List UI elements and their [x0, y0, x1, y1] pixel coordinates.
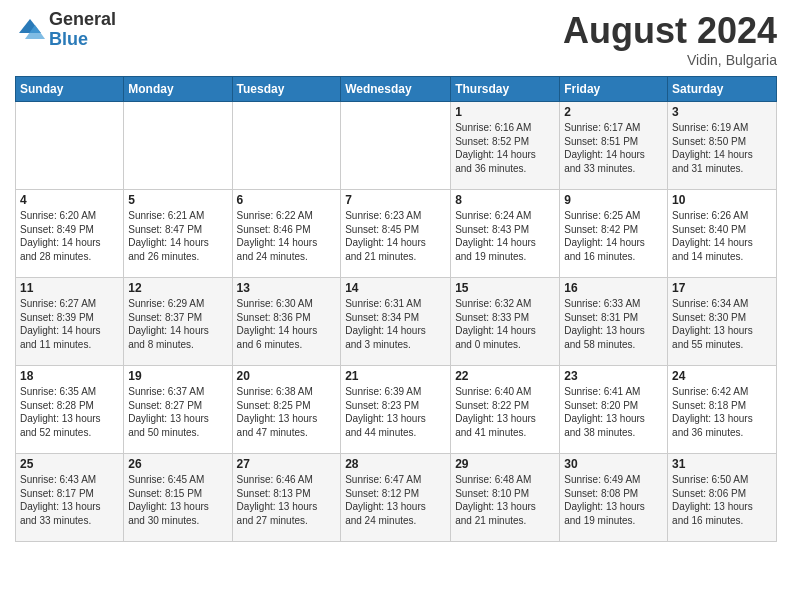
day-header-thursday: Thursday — [451, 77, 560, 102]
day-info: Sunrise: 6:32 AMSunset: 8:33 PMDaylight:… — [455, 297, 555, 351]
calendar-cell — [232, 102, 341, 190]
day-info: Sunrise: 6:29 AMSunset: 8:37 PMDaylight:… — [128, 297, 227, 351]
day-header-row: SundayMondayTuesdayWednesdayThursdayFrid… — [16, 77, 777, 102]
calendar-cell: 1Sunrise: 6:16 AMSunset: 8:52 PMDaylight… — [451, 102, 560, 190]
day-number: 7 — [345, 193, 446, 207]
day-info: Sunrise: 6:31 AMSunset: 8:34 PMDaylight:… — [345, 297, 446, 351]
day-number: 19 — [128, 369, 227, 383]
day-info: Sunrise: 6:40 AMSunset: 8:22 PMDaylight:… — [455, 385, 555, 439]
day-number: 3 — [672, 105, 772, 119]
day-number: 8 — [455, 193, 555, 207]
day-info: Sunrise: 6:35 AMSunset: 8:28 PMDaylight:… — [20, 385, 119, 439]
day-info: Sunrise: 6:30 AMSunset: 8:36 PMDaylight:… — [237, 297, 337, 351]
week-row-1: 4Sunrise: 6:20 AMSunset: 8:49 PMDaylight… — [16, 190, 777, 278]
day-info: Sunrise: 6:37 AMSunset: 8:27 PMDaylight:… — [128, 385, 227, 439]
day-info: Sunrise: 6:19 AMSunset: 8:50 PMDaylight:… — [672, 121, 772, 175]
week-row-3: 18Sunrise: 6:35 AMSunset: 8:28 PMDayligh… — [16, 366, 777, 454]
day-header-tuesday: Tuesday — [232, 77, 341, 102]
calendar-cell: 2Sunrise: 6:17 AMSunset: 8:51 PMDaylight… — [560, 102, 668, 190]
title-area: August 2024 Vidin, Bulgaria — [563, 10, 777, 68]
day-number: 23 — [564, 369, 663, 383]
day-info: Sunrise: 6:16 AMSunset: 8:52 PMDaylight:… — [455, 121, 555, 175]
day-number: 21 — [345, 369, 446, 383]
calendar-cell: 5Sunrise: 6:21 AMSunset: 8:47 PMDaylight… — [124, 190, 232, 278]
day-number: 14 — [345, 281, 446, 295]
week-row-0: 1Sunrise: 6:16 AMSunset: 8:52 PMDaylight… — [16, 102, 777, 190]
day-number: 15 — [455, 281, 555, 295]
day-info: Sunrise: 6:41 AMSunset: 8:20 PMDaylight:… — [564, 385, 663, 439]
day-number: 24 — [672, 369, 772, 383]
day-header-friday: Friday — [560, 77, 668, 102]
day-info: Sunrise: 6:33 AMSunset: 8:31 PMDaylight:… — [564, 297, 663, 351]
day-number: 16 — [564, 281, 663, 295]
calendar-cell: 24Sunrise: 6:42 AMSunset: 8:18 PMDayligh… — [668, 366, 777, 454]
calendar-body: 1Sunrise: 6:16 AMSunset: 8:52 PMDaylight… — [16, 102, 777, 542]
day-info: Sunrise: 6:17 AMSunset: 8:51 PMDaylight:… — [564, 121, 663, 175]
day-info: Sunrise: 6:20 AMSunset: 8:49 PMDaylight:… — [20, 209, 119, 263]
calendar-cell: 18Sunrise: 6:35 AMSunset: 8:28 PMDayligh… — [16, 366, 124, 454]
day-info: Sunrise: 6:45 AMSunset: 8:15 PMDaylight:… — [128, 473, 227, 527]
day-number: 9 — [564, 193, 663, 207]
day-info: Sunrise: 6:27 AMSunset: 8:39 PMDaylight:… — [20, 297, 119, 351]
calendar-cell: 21Sunrise: 6:39 AMSunset: 8:23 PMDayligh… — [341, 366, 451, 454]
day-info: Sunrise: 6:24 AMSunset: 8:43 PMDaylight:… — [455, 209, 555, 263]
calendar-cell: 6Sunrise: 6:22 AMSunset: 8:46 PMDaylight… — [232, 190, 341, 278]
day-info: Sunrise: 6:50 AMSunset: 8:06 PMDaylight:… — [672, 473, 772, 527]
calendar-cell: 11Sunrise: 6:27 AMSunset: 8:39 PMDayligh… — [16, 278, 124, 366]
day-info: Sunrise: 6:49 AMSunset: 8:08 PMDaylight:… — [564, 473, 663, 527]
calendar-cell: 17Sunrise: 6:34 AMSunset: 8:30 PMDayligh… — [668, 278, 777, 366]
day-number: 11 — [20, 281, 119, 295]
calendar-cell: 10Sunrise: 6:26 AMSunset: 8:40 PMDayligh… — [668, 190, 777, 278]
calendar-cell: 29Sunrise: 6:48 AMSunset: 8:10 PMDayligh… — [451, 454, 560, 542]
day-number: 26 — [128, 457, 227, 471]
day-info: Sunrise: 6:42 AMSunset: 8:18 PMDaylight:… — [672, 385, 772, 439]
day-info: Sunrise: 6:38 AMSunset: 8:25 PMDaylight:… — [237, 385, 337, 439]
day-header-saturday: Saturday — [668, 77, 777, 102]
day-info: Sunrise: 6:25 AMSunset: 8:42 PMDaylight:… — [564, 209, 663, 263]
calendar-cell: 15Sunrise: 6:32 AMSunset: 8:33 PMDayligh… — [451, 278, 560, 366]
day-number: 17 — [672, 281, 772, 295]
day-number: 22 — [455, 369, 555, 383]
calendar-cell — [16, 102, 124, 190]
day-info: Sunrise: 6:21 AMSunset: 8:47 PMDaylight:… — [128, 209, 227, 263]
calendar: SundayMondayTuesdayWednesdayThursdayFrid… — [15, 76, 777, 542]
month-title: August 2024 — [563, 10, 777, 52]
day-number: 6 — [237, 193, 337, 207]
calendar-cell: 31Sunrise: 6:50 AMSunset: 8:06 PMDayligh… — [668, 454, 777, 542]
page: General Blue August 2024 Vidin, Bulgaria… — [0, 0, 792, 612]
day-info: Sunrise: 6:46 AMSunset: 8:13 PMDaylight:… — [237, 473, 337, 527]
calendar-cell: 23Sunrise: 6:41 AMSunset: 8:20 PMDayligh… — [560, 366, 668, 454]
day-number: 28 — [345, 457, 446, 471]
logo-general: General — [49, 10, 116, 30]
logo: General Blue — [15, 10, 116, 50]
calendar-cell: 7Sunrise: 6:23 AMSunset: 8:45 PMDaylight… — [341, 190, 451, 278]
day-info: Sunrise: 6:47 AMSunset: 8:12 PMDaylight:… — [345, 473, 446, 527]
logo-blue: Blue — [49, 30, 116, 50]
logo-text: General Blue — [49, 10, 116, 50]
day-number: 27 — [237, 457, 337, 471]
day-number: 29 — [455, 457, 555, 471]
location: Vidin, Bulgaria — [563, 52, 777, 68]
day-header-monday: Monday — [124, 77, 232, 102]
calendar-cell: 13Sunrise: 6:30 AMSunset: 8:36 PMDayligh… — [232, 278, 341, 366]
day-info: Sunrise: 6:26 AMSunset: 8:40 PMDaylight:… — [672, 209, 772, 263]
day-number: 2 — [564, 105, 663, 119]
week-row-4: 25Sunrise: 6:43 AMSunset: 8:17 PMDayligh… — [16, 454, 777, 542]
day-number: 31 — [672, 457, 772, 471]
calendar-cell — [124, 102, 232, 190]
header: General Blue August 2024 Vidin, Bulgaria — [15, 10, 777, 68]
calendar-cell: 27Sunrise: 6:46 AMSunset: 8:13 PMDayligh… — [232, 454, 341, 542]
calendar-cell: 3Sunrise: 6:19 AMSunset: 8:50 PMDaylight… — [668, 102, 777, 190]
calendar-cell: 14Sunrise: 6:31 AMSunset: 8:34 PMDayligh… — [341, 278, 451, 366]
day-number: 20 — [237, 369, 337, 383]
day-number: 10 — [672, 193, 772, 207]
day-info: Sunrise: 6:22 AMSunset: 8:46 PMDaylight:… — [237, 209, 337, 263]
calendar-cell: 19Sunrise: 6:37 AMSunset: 8:27 PMDayligh… — [124, 366, 232, 454]
calendar-cell: 9Sunrise: 6:25 AMSunset: 8:42 PMDaylight… — [560, 190, 668, 278]
calendar-cell: 25Sunrise: 6:43 AMSunset: 8:17 PMDayligh… — [16, 454, 124, 542]
calendar-cell: 8Sunrise: 6:24 AMSunset: 8:43 PMDaylight… — [451, 190, 560, 278]
calendar-cell: 22Sunrise: 6:40 AMSunset: 8:22 PMDayligh… — [451, 366, 560, 454]
day-info: Sunrise: 6:48 AMSunset: 8:10 PMDaylight:… — [455, 473, 555, 527]
day-number: 12 — [128, 281, 227, 295]
day-info: Sunrise: 6:43 AMSunset: 8:17 PMDaylight:… — [20, 473, 119, 527]
